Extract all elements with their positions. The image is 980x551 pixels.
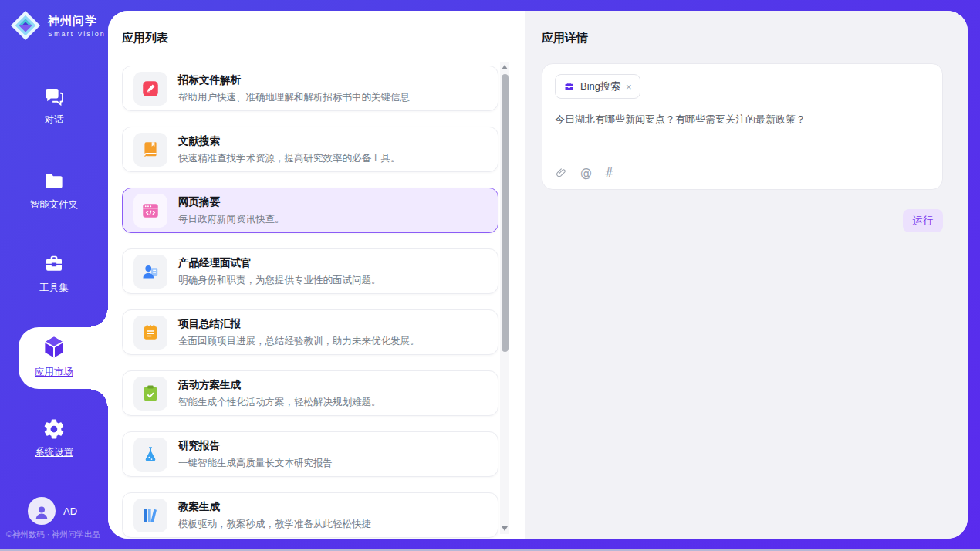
app-card-project-summary[interactable]: 项目总结汇报 全面回顾项目进展，总结经验教训，助力未来优化发展。 <box>122 309 498 355</box>
app-card-title: 项目总结汇报 <box>178 317 420 331</box>
app-card-description: 智能生成个性化活动方案，轻松解决规划难题。 <box>178 396 381 409</box>
app-list-title: 应用列表 <box>122 31 168 46</box>
app-card-description: 全面回顾项目进展，总结经验教训，助力未来优化发展。 <box>178 335 420 348</box>
app-card-list: 招标文件解析 帮助用户快速、准确地理解和解析招标书中的关键信息 文献搜索 快速精… <box>122 66 500 539</box>
app-detail-panel: 应用详情 Bing搜索 × 今日湖北有哪些新闻要点？有哪些需要关注的最新政策？ … <box>525 11 968 539</box>
run-button[interactable]: 运行 <box>903 209 943 232</box>
interviewer-icon <box>133 255 167 289</box>
sidebar: 神州问学 Smart Vision 对话 智能文件夹 工具集 应用市场 <box>0 0 108 551</box>
mention-icon[interactable]: @ <box>580 166 592 180</box>
memo-icon <box>133 316 167 350</box>
chat-icon <box>42 85 66 108</box>
hashtag-icon[interactable]: # <box>604 166 614 180</box>
diamond-logo-icon <box>9 9 42 42</box>
toolbox-icon <box>42 253 66 276</box>
app-detail-title: 应用详情 <box>542 31 588 46</box>
edit-square-icon <box>133 72 167 106</box>
app-card-activity-plan[interactable]: 活动方案生成 智能生成个性化活动方案，轻松解决规划难题。 <box>122 370 498 416</box>
sidebar-item-label: 对话 <box>0 113 108 127</box>
app-card-lesson-plan[interactable]: 教案生成 模板驱动，教案秒成，教学准备从此轻松快捷 <box>122 492 498 538</box>
sidebar-item-label: 应用市场 <box>0 366 108 379</box>
app-card-title: 研究报告 <box>178 439 333 453</box>
app-card-bid-analysis[interactable]: 招标文件解析 帮助用户快速、准确地理解和解析招标书中的关键信息 <box>122 66 498 111</box>
folder-icon <box>42 170 66 193</box>
scroll-up-arrow-icon[interactable] <box>502 65 508 69</box>
prompt-input[interactable]: 今日湖北有哪些新闻要点？有哪些需要关注的最新政策？ <box>555 112 925 158</box>
app-card-title: 招标文件解析 <box>178 73 410 87</box>
briefcase-icon <box>563 81 575 93</box>
flask-icon <box>133 438 167 472</box>
close-icon[interactable]: × <box>626 82 632 92</box>
app-list-panel: 应用列表 招标文件解析 帮助用户快速、准确地理解和解析招标书中的关键信息 文献搜… <box>108 11 525 539</box>
app-card-pm-interviewer[interactable]: 产品经理面试官 明确身份和职责，为您提供专业性的面试问题。 <box>122 248 498 294</box>
sidebar-item-toolset[interactable]: 工具集 <box>0 253 108 295</box>
app-card-title: 网页摘要 <box>178 195 285 209</box>
sidebar-item-settings[interactable]: 系统设置 <box>0 417 108 459</box>
avatar <box>28 497 56 525</box>
copyright-footer: ©神州数码 · 神州问学出品 <box>6 529 108 540</box>
gear-icon <box>42 417 66 441</box>
webpage-code-icon <box>133 194 167 228</box>
app-card-title: 教案生成 <box>178 500 371 514</box>
user-account[interactable]: AD <box>28 497 77 525</box>
person-icon <box>32 503 51 522</box>
sidebar-item-label: 智能文件夹 <box>0 198 108 211</box>
app-card-title: 文献搜索 <box>178 134 400 148</box>
books-icon <box>133 499 167 532</box>
sidebar-item-smart-folder[interactable]: 智能文件夹 <box>0 170 108 211</box>
active-item-curve-bottom <box>91 389 108 406</box>
clipboard-check-icon <box>133 377 167 411</box>
tool-tag-bing-search[interactable]: Bing搜索 × <box>555 74 640 99</box>
app-card-description: 快速精准查找学术资源，提高研究效率的必备工具。 <box>178 152 400 165</box>
scrollbar[interactable] <box>500 62 509 534</box>
app-card-description: 一键智能生成高质量长文本研究报告 <box>178 457 333 470</box>
sidebar-item-label: 工具集 <box>0 282 108 295</box>
scroll-down-arrow-icon[interactable] <box>502 526 508 531</box>
app-card-webpage-summary[interactable]: 网页摘要 每日政府新闻资讯快查。 <box>122 188 498 233</box>
cube-icon <box>41 334 67 360</box>
app-card-description: 模板驱动，教案秒成，教学准备从此轻松快捷 <box>178 518 371 531</box>
app-card-title: 活动方案生成 <box>178 378 381 392</box>
sidebar-item-label: 系统设置 <box>0 446 108 459</box>
attachment-icon[interactable] <box>556 167 568 179</box>
app-card-description: 帮助用户快速、准确地理解和解析招标书中的关键信息 <box>178 91 410 104</box>
tool-tag-label: Bing搜索 <box>580 79 620 93</box>
brand-logo: 神州问学 Smart Vision <box>9 9 106 42</box>
app-card-research-report[interactable]: 研究报告 一键智能生成高质量长文本研究报告 <box>122 431 498 477</box>
sidebar-item-chat[interactable]: 对话 <box>0 85 108 127</box>
prompt-toolbar: @ # <box>556 166 614 180</box>
app-card-title: 产品经理面试官 <box>178 256 381 270</box>
book-icon <box>133 133 167 167</box>
app-card-literature-search[interactable]: 文献搜索 快速精准查找学术资源，提高研究效率的必备工具。 <box>122 127 498 172</box>
user-name: AD <box>63 505 77 517</box>
brand-subtitle: Smart Vision <box>48 30 106 38</box>
brand-name: 神州问学 <box>48 14 106 29</box>
prompt-card: Bing搜索 × 今日湖北有哪些新闻要点？有哪些需要关注的最新政策？ @ # <box>542 63 943 190</box>
scrollbar-thumb[interactable] <box>502 74 509 352</box>
app-card-description: 明确身份和职责，为您提供专业性的面试问题。 <box>178 274 381 287</box>
app-card-description: 每日政府新闻资讯快查。 <box>178 213 285 226</box>
sidebar-item-app-market[interactable]: 应用市场 <box>0 334 108 379</box>
active-item-curve-top <box>91 310 108 327</box>
content-panel: 应用列表 招标文件解析 帮助用户快速、准确地理解和解析招标书中的关键信息 文献搜… <box>108 11 968 539</box>
